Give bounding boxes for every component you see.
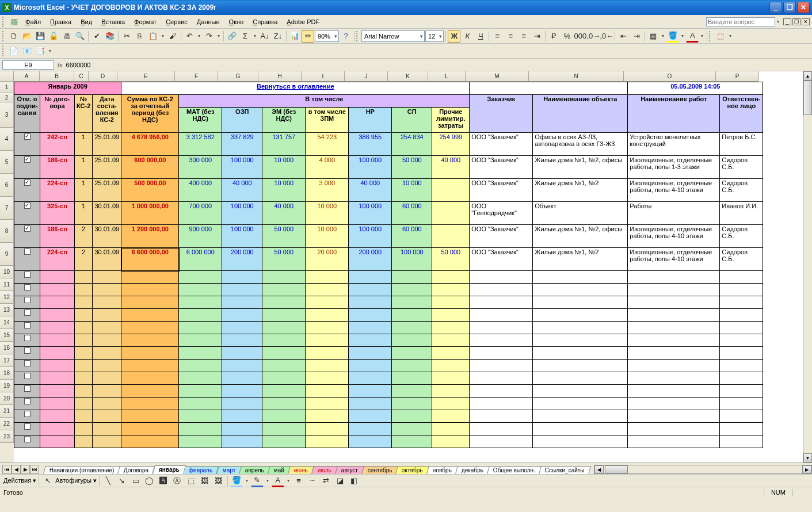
sort-asc-icon[interactable]: A↓ [258, 30, 271, 43]
col-header[interactable]: E [117, 71, 175, 82]
sheet-tab[interactable]: январь [153, 465, 186, 474]
cell[interactable]: 386 955 [349, 133, 392, 156]
cell[interactable]: 4 678 956,00 [121, 133, 179, 156]
cell[interactable] [121, 423, 179, 435]
tab-last-icon[interactable]: ⏭ [30, 465, 39, 474]
cell[interactable] [628, 372, 720, 385]
cell[interactable] [40, 435, 75, 448]
cell[interactable] [306, 296, 349, 309]
dec-indent-icon[interactable]: ⇤ [617, 30, 630, 43]
cell[interactable] [432, 225, 470, 248]
preview-icon[interactable]: 🔍 [74, 30, 86, 43]
cell[interactable] [40, 322, 75, 334]
col-header[interactable]: I [302, 71, 345, 82]
cell[interactable] [179, 322, 222, 334]
sheet-tab[interactable]: октябрь [395, 466, 429, 474]
cell[interactable] [75, 322, 93, 334]
cell[interactable] [432, 398, 470, 410]
cell[interactable]: 40 000 [349, 179, 392, 202]
cell[interactable]: ООО "Заказчик" [470, 156, 533, 179]
cell[interactable]: Офисы в осях А3-Л3, автопарковка в осях … [533, 133, 628, 156]
cell[interactable] [306, 385, 349, 398]
vertical-scrollbar[interactable]: ▲ ▼ [803, 71, 812, 463]
cell[interactable]: Устройство монолитных конструкций [628, 133, 720, 156]
cell[interactable]: Сидоров С.Б. [720, 179, 763, 202]
cell[interactable] [349, 435, 392, 448]
cell[interactable] [533, 322, 628, 334]
mdi-restore-button[interactable]: ❐ [792, 18, 800, 25]
signed-checkbox[interactable] [24, 202, 31, 209]
cell[interactable] [306, 410, 349, 423]
merge-icon[interactable]: ⇥ [531, 30, 543, 43]
col-header[interactable]: K [388, 71, 428, 82]
cell[interactable]: в том числе ЗПМ [306, 108, 349, 133]
cell[interactable]: МАТ (без НДС) [179, 108, 222, 133]
cut-icon[interactable]: ✂ [120, 30, 133, 43]
cell[interactable] [93, 271, 121, 284]
cell[interactable] [470, 347, 533, 360]
line-color-icon[interactable]: ✎ [251, 475, 264, 487]
cell[interactable] [306, 360, 349, 372]
sheet-tab[interactable]: март [216, 466, 242, 474]
grip-icon[interactable] [356, 31, 360, 41]
mdi-minimize-button[interactable]: _ [783, 18, 791, 25]
font-name-combo[interactable]: Arial Narrow [361, 30, 425, 42]
cell[interactable]: 100 000 [392, 248, 432, 271]
maximize-button[interactable]: ❐ [783, 2, 796, 13]
cell[interactable] [470, 398, 533, 410]
grip-icon[interactable] [2, 46, 6, 56]
cell[interactable]: 05.05.2009 14:05 [628, 82, 763, 95]
cell[interactable]: Изоляционные, отделочные работы, полы 4-… [628, 248, 720, 271]
dropdown-icon[interactable]: ▾ [775, 19, 781, 24]
cell[interactable] [628, 284, 720, 296]
cell[interactable] [628, 360, 720, 372]
cell[interactable] [75, 410, 93, 423]
cell[interactable] [14, 435, 40, 448]
cell[interactable] [432, 372, 470, 385]
research-icon[interactable]: 📚 [104, 30, 116, 43]
col-header[interactable]: M [466, 71, 529, 82]
col-header[interactable]: L [428, 71, 466, 82]
cell[interactable]: ОЗП [222, 108, 262, 133]
signed-checkbox[interactable] [24, 436, 31, 442]
cell[interactable] [533, 385, 628, 398]
cell[interactable] [628, 347, 720, 360]
cell[interactable] [392, 309, 432, 322]
cell[interactable] [349, 360, 392, 372]
cell[interactable] [179, 385, 222, 398]
col-header[interactable]: B [40, 71, 74, 82]
cell[interactable] [432, 284, 470, 296]
cell[interactable] [628, 435, 720, 448]
row-header[interactable]: 16 [0, 342, 14, 354]
cell[interactable]: Работы [628, 202, 720, 225]
cell[interactable]: 30.01.09 [93, 202, 121, 225]
cell[interactable] [40, 423, 75, 435]
row-header[interactable]: 11 [0, 278, 14, 291]
col-header[interactable]: G [218, 71, 258, 82]
row-header[interactable]: 7 [0, 197, 14, 220]
pdf-export-icon[interactable]: 📄 [7, 45, 20, 58]
cell[interactable] [93, 322, 121, 334]
col-header[interactable]: J [345, 71, 388, 82]
cell[interactable] [432, 385, 470, 398]
menu-окно[interactable]: Окно [224, 17, 249, 26]
cell[interactable] [392, 271, 432, 284]
cell[interactable] [14, 309, 40, 322]
cell[interactable]: 186-сп [40, 156, 75, 179]
cell[interactable]: 40 000 [222, 179, 262, 202]
cell[interactable] [720, 360, 763, 372]
cell[interactable] [14, 347, 40, 360]
signed-checkbox[interactable] [24, 322, 31, 328]
cell[interactable] [262, 360, 306, 372]
cell[interactable] [222, 309, 262, 322]
cell[interactable]: 20 000 [306, 248, 349, 271]
cell[interactable] [262, 334, 306, 347]
cell[interactable] [14, 398, 40, 410]
cell[interactable] [40, 334, 75, 347]
cell[interactable]: Жилые дома №1, №2 [533, 179, 628, 202]
cell[interactable] [470, 360, 533, 372]
cell[interactable] [14, 271, 40, 284]
cell[interactable] [14, 372, 40, 385]
cell[interactable]: Сумма по КС-2 за отчетный период (без НД… [121, 95, 179, 133]
font-color-icon[interactable]: A [272, 475, 284, 487]
